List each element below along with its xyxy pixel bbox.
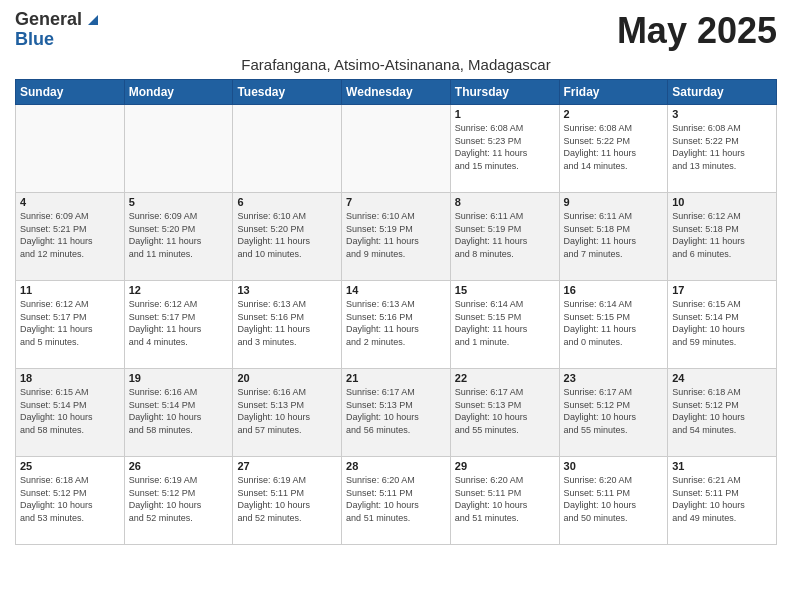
day-info: Sunrise: 6:20 AM Sunset: 5:11 PM Dayligh… bbox=[564, 474, 664, 524]
calendar-day-16: 16Sunrise: 6:14 AM Sunset: 5:15 PM Dayli… bbox=[559, 281, 668, 369]
day-number: 17 bbox=[672, 284, 772, 296]
calendar-header-row: SundayMondayTuesdayWednesdayThursdayFrid… bbox=[16, 80, 777, 105]
day-info: Sunrise: 6:18 AM Sunset: 5:12 PM Dayligh… bbox=[672, 386, 772, 436]
calendar-header-wednesday: Wednesday bbox=[342, 80, 451, 105]
day-number: 22 bbox=[455, 372, 555, 384]
calendar-day-20: 20Sunrise: 6:16 AM Sunset: 5:13 PM Dayli… bbox=[233, 369, 342, 457]
day-number: 31 bbox=[672, 460, 772, 472]
day-number: 2 bbox=[564, 108, 664, 120]
calendar-day-29: 29Sunrise: 6:20 AM Sunset: 5:11 PM Dayli… bbox=[450, 457, 559, 545]
day-number: 9 bbox=[564, 196, 664, 208]
calendar-day-25: 25Sunrise: 6:18 AM Sunset: 5:12 PM Dayli… bbox=[16, 457, 125, 545]
day-number: 27 bbox=[237, 460, 337, 472]
calendar-day-3: 3Sunrise: 6:08 AM Sunset: 5:22 PM Daylig… bbox=[668, 105, 777, 193]
day-number: 23 bbox=[564, 372, 664, 384]
day-info: Sunrise: 6:17 AM Sunset: 5:12 PM Dayligh… bbox=[564, 386, 664, 436]
day-info: Sunrise: 6:18 AM Sunset: 5:12 PM Dayligh… bbox=[20, 474, 120, 524]
day-number: 25 bbox=[20, 460, 120, 472]
day-info: Sunrise: 6:12 AM Sunset: 5:18 PM Dayligh… bbox=[672, 210, 772, 260]
logo: General Blue bbox=[15, 10, 100, 50]
calendar-day-26: 26Sunrise: 6:19 AM Sunset: 5:12 PM Dayli… bbox=[124, 457, 233, 545]
page-subtitle: Farafangana, Atsimo-Atsinanana, Madagasc… bbox=[15, 56, 777, 73]
calendar-header-saturday: Saturday bbox=[668, 80, 777, 105]
calendar-day-24: 24Sunrise: 6:18 AM Sunset: 5:12 PM Dayli… bbox=[668, 369, 777, 457]
day-number: 28 bbox=[346, 460, 446, 472]
calendar-day-7: 7Sunrise: 6:10 AM Sunset: 5:19 PM Daylig… bbox=[342, 193, 451, 281]
month-title: May 2025 bbox=[617, 10, 777, 52]
day-number: 6 bbox=[237, 196, 337, 208]
calendar-week-row: 1Sunrise: 6:08 AM Sunset: 5:23 PM Daylig… bbox=[16, 105, 777, 193]
day-info: Sunrise: 6:14 AM Sunset: 5:15 PM Dayligh… bbox=[564, 298, 664, 348]
calendar-day-5: 5Sunrise: 6:09 AM Sunset: 5:20 PM Daylig… bbox=[124, 193, 233, 281]
day-number: 24 bbox=[672, 372, 772, 384]
calendar-empty-cell bbox=[342, 105, 451, 193]
calendar-day-19: 19Sunrise: 6:16 AM Sunset: 5:14 PM Dayli… bbox=[124, 369, 233, 457]
day-number: 3 bbox=[672, 108, 772, 120]
day-number: 7 bbox=[346, 196, 446, 208]
day-info: Sunrise: 6:10 AM Sunset: 5:19 PM Dayligh… bbox=[346, 210, 446, 260]
day-info: Sunrise: 6:19 AM Sunset: 5:12 PM Dayligh… bbox=[129, 474, 229, 524]
calendar-day-31: 31Sunrise: 6:21 AM Sunset: 5:11 PM Dayli… bbox=[668, 457, 777, 545]
calendar-day-1: 1Sunrise: 6:08 AM Sunset: 5:23 PM Daylig… bbox=[450, 105, 559, 193]
logo-triangle-icon bbox=[84, 11, 100, 27]
day-info: Sunrise: 6:16 AM Sunset: 5:13 PM Dayligh… bbox=[237, 386, 337, 436]
calendar-empty-cell bbox=[124, 105, 233, 193]
calendar-table: SundayMondayTuesdayWednesdayThursdayFrid… bbox=[15, 79, 777, 545]
day-info: Sunrise: 6:15 AM Sunset: 5:14 PM Dayligh… bbox=[672, 298, 772, 348]
calendar-week-row: 18Sunrise: 6:15 AM Sunset: 5:14 PM Dayli… bbox=[16, 369, 777, 457]
calendar-day-14: 14Sunrise: 6:13 AM Sunset: 5:16 PM Dayli… bbox=[342, 281, 451, 369]
svg-marker-0 bbox=[88, 15, 98, 25]
day-number: 13 bbox=[237, 284, 337, 296]
calendar-empty-cell bbox=[16, 105, 125, 193]
day-info: Sunrise: 6:10 AM Sunset: 5:20 PM Dayligh… bbox=[237, 210, 337, 260]
day-info: Sunrise: 6:20 AM Sunset: 5:11 PM Dayligh… bbox=[346, 474, 446, 524]
day-number: 12 bbox=[129, 284, 229, 296]
day-info: Sunrise: 6:16 AM Sunset: 5:14 PM Dayligh… bbox=[129, 386, 229, 436]
day-number: 19 bbox=[129, 372, 229, 384]
day-number: 8 bbox=[455, 196, 555, 208]
calendar-day-10: 10Sunrise: 6:12 AM Sunset: 5:18 PM Dayli… bbox=[668, 193, 777, 281]
day-info: Sunrise: 6:08 AM Sunset: 5:23 PM Dayligh… bbox=[455, 122, 555, 172]
calendar-header-tuesday: Tuesday bbox=[233, 80, 342, 105]
calendar-empty-cell bbox=[233, 105, 342, 193]
calendar-header-thursday: Thursday bbox=[450, 80, 559, 105]
day-number: 4 bbox=[20, 196, 120, 208]
calendar-day-15: 15Sunrise: 6:14 AM Sunset: 5:15 PM Dayli… bbox=[450, 281, 559, 369]
day-info: Sunrise: 6:12 AM Sunset: 5:17 PM Dayligh… bbox=[129, 298, 229, 348]
day-info: Sunrise: 6:21 AM Sunset: 5:11 PM Dayligh… bbox=[672, 474, 772, 524]
calendar-day-17: 17Sunrise: 6:15 AM Sunset: 5:14 PM Dayli… bbox=[668, 281, 777, 369]
day-number: 21 bbox=[346, 372, 446, 384]
calendar-day-12: 12Sunrise: 6:12 AM Sunset: 5:17 PM Dayli… bbox=[124, 281, 233, 369]
calendar-header-sunday: Sunday bbox=[16, 80, 125, 105]
day-info: Sunrise: 6:14 AM Sunset: 5:15 PM Dayligh… bbox=[455, 298, 555, 348]
day-info: Sunrise: 6:13 AM Sunset: 5:16 PM Dayligh… bbox=[237, 298, 337, 348]
header: General Blue May 2025 bbox=[15, 10, 777, 52]
day-number: 18 bbox=[20, 372, 120, 384]
day-number: 10 bbox=[672, 196, 772, 208]
day-info: Sunrise: 6:08 AM Sunset: 5:22 PM Dayligh… bbox=[564, 122, 664, 172]
day-info: Sunrise: 6:09 AM Sunset: 5:20 PM Dayligh… bbox=[129, 210, 229, 260]
day-number: 30 bbox=[564, 460, 664, 472]
calendar-day-2: 2Sunrise: 6:08 AM Sunset: 5:22 PM Daylig… bbox=[559, 105, 668, 193]
calendar-week-row: 4Sunrise: 6:09 AM Sunset: 5:21 PM Daylig… bbox=[16, 193, 777, 281]
calendar-day-4: 4Sunrise: 6:09 AM Sunset: 5:21 PM Daylig… bbox=[16, 193, 125, 281]
day-info: Sunrise: 6:13 AM Sunset: 5:16 PM Dayligh… bbox=[346, 298, 446, 348]
calendar-day-21: 21Sunrise: 6:17 AM Sunset: 5:13 PM Dayli… bbox=[342, 369, 451, 457]
day-number: 5 bbox=[129, 196, 229, 208]
calendar-day-18: 18Sunrise: 6:15 AM Sunset: 5:14 PM Dayli… bbox=[16, 369, 125, 457]
calendar-day-13: 13Sunrise: 6:13 AM Sunset: 5:16 PM Dayli… bbox=[233, 281, 342, 369]
calendar-day-22: 22Sunrise: 6:17 AM Sunset: 5:13 PM Dayli… bbox=[450, 369, 559, 457]
calendar-day-6: 6Sunrise: 6:10 AM Sunset: 5:20 PM Daylig… bbox=[233, 193, 342, 281]
day-info: Sunrise: 6:09 AM Sunset: 5:21 PM Dayligh… bbox=[20, 210, 120, 260]
calendar-header-friday: Friday bbox=[559, 80, 668, 105]
day-number: 15 bbox=[455, 284, 555, 296]
day-info: Sunrise: 6:15 AM Sunset: 5:14 PM Dayligh… bbox=[20, 386, 120, 436]
day-info: Sunrise: 6:12 AM Sunset: 5:17 PM Dayligh… bbox=[20, 298, 120, 348]
calendar-week-row: 25Sunrise: 6:18 AM Sunset: 5:12 PM Dayli… bbox=[16, 457, 777, 545]
logo-general: General bbox=[15, 10, 82, 30]
day-info: Sunrise: 6:11 AM Sunset: 5:19 PM Dayligh… bbox=[455, 210, 555, 260]
day-number: 14 bbox=[346, 284, 446, 296]
day-info: Sunrise: 6:11 AM Sunset: 5:18 PM Dayligh… bbox=[564, 210, 664, 260]
logo-blue: Blue bbox=[15, 30, 54, 50]
day-info: Sunrise: 6:17 AM Sunset: 5:13 PM Dayligh… bbox=[455, 386, 555, 436]
